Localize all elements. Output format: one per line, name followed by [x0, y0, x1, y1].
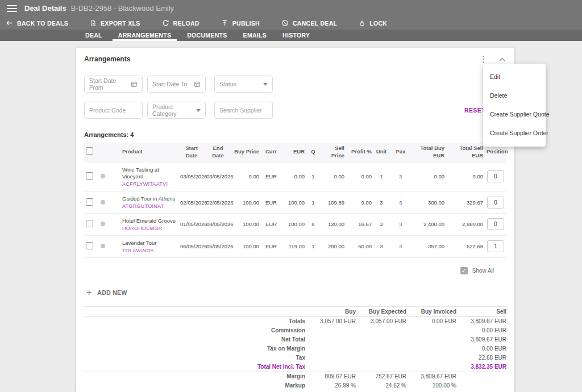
totals-table: Buy Buy Expected Buy Invoiced Sell Total…: [84, 306, 506, 392]
reload-button[interactable]: RELOAD: [154, 16, 207, 30]
search-supplier-input[interactable]: [219, 107, 268, 114]
status-dot-icon: [101, 222, 105, 226]
totals-row: Net Total 3,809.67 EUR: [84, 335, 506, 344]
table-row: Hotel Emerald GrooveHOROHOEMGR 01/05/202…: [84, 214, 506, 236]
tab-deal[interactable]: DEAL: [80, 30, 108, 41]
tab-documents[interactable]: DOCUMENTS: [181, 30, 232, 41]
select-all-checkbox[interactable]: [86, 147, 93, 155]
page-body: Arrangements Edit Delete Create Supplier…: [0, 41, 582, 392]
product-name: Lavender Tour: [122, 240, 177, 247]
totals-row: Tax 22.68 EUR: [84, 353, 506, 362]
start-date-from-field[interactable]: Start Date From: [84, 76, 143, 93]
totals-row: Tax on Margin 0.00 EUR: [84, 344, 506, 353]
publish-icon: [221, 19, 228, 27]
chevron-up-icon[interactable]: [498, 54, 506, 64]
deal-reference: B-DB2-2958 - Blackwood Emily: [71, 4, 174, 12]
menu-item-create-supplier-quote[interactable]: Create Supplier Quote: [483, 105, 546, 124]
status-dot-icon: [101, 200, 105, 205]
panel-header: Arrangements: [76, 48, 514, 68]
status-dot-icon: [101, 244, 105, 248]
block-icon: [281, 19, 289, 27]
plus-icon: [86, 289, 92, 296]
pax-link[interactable]: 3: [399, 199, 402, 206]
product-category-select[interactable]: Product Category: [147, 102, 206, 119]
add-new-button[interactable]: ADD NEW: [76, 274, 150, 304]
panel-title: Arrangements: [84, 55, 130, 63]
show-all-label: Show All: [472, 268, 494, 274]
row-checkbox[interactable]: [86, 198, 93, 206]
status-dot-icon: [101, 174, 105, 178]
app-bar: Deal Details B-DB2-2958 - Blackwood Emil…: [0, 0, 582, 16]
product-code-link[interactable]: TOLAVANDA: [122, 248, 177, 253]
search-supplier-field[interactable]: [214, 102, 273, 119]
chevron-down-icon: [196, 109, 201, 112]
kebab-menu-icon[interactable]: [477, 55, 490, 63]
filters-section: Start Date From Start Date To Status Pro: [76, 68, 514, 119]
position-input[interactable]: [487, 240, 504, 252]
totals-row: Markup 26.99 % 24.62 % 100.00 %: [84, 381, 506, 390]
tab-history[interactable]: HISTORY: [277, 30, 315, 41]
position-input[interactable]: [487, 170, 504, 182]
table-row: Wine Tasting at VineyardACFRLYWITAATVI 0…: [84, 162, 506, 191]
table-row: Lavender TourTOLAVANDA 06/05/2026 06/05/…: [84, 235, 506, 257]
menu-item-create-supplier-order[interactable]: Create Supplier Order: [483, 124, 546, 143]
export-xls-button[interactable]: EXPORT XLS: [82, 16, 148, 30]
product-name: Hotel Emerald Groove: [122, 218, 177, 225]
arrangements-count: Arrangements: 4: [76, 119, 514, 143]
arrangements-table: Product Start Date End Date Buy Price Cu…: [84, 143, 506, 258]
product-code-link[interactable]: HOROHOEMGR: [122, 226, 177, 231]
cancel-deal-button[interactable]: CANCEL DEAL: [273, 16, 345, 30]
page-title: Deal Details: [24, 4, 66, 12]
deal-tabs: DEAL ARRANGEMENTS DOCUMENTS EMAILS HISTO…: [0, 30, 582, 41]
show-all-row: Show All: [76, 258, 514, 274]
row-checkbox[interactable]: [86, 242, 93, 249]
calendar-icon: [194, 81, 201, 87]
menu-icon[interactable]: [7, 5, 17, 12]
product-name: Wine Tasting at Vineyard: [122, 166, 177, 181]
totals-row: Commission 0.00 EUR: [84, 326, 506, 335]
row-checkbox[interactable]: [86, 220, 93, 227]
row-checkbox[interactable]: [86, 172, 93, 180]
status-select[interactable]: Status: [214, 76, 273, 93]
table-header-row: Product Start Date End Date Buy Price Cu…: [84, 143, 506, 162]
tab-emails[interactable]: EMAILS: [238, 30, 272, 41]
totals-header-row: Buy Buy Expected Buy Invoiced Sell: [84, 306, 506, 316]
position-input[interactable]: [487, 197, 504, 208]
pax-link[interactable]: 3: [399, 243, 402, 249]
product-code-input[interactable]: [89, 107, 138, 114]
arrow-left-icon: [6, 19, 13, 27]
product-code-field[interactable]: [84, 102, 143, 119]
menu-item-delete[interactable]: Delete: [483, 86, 546, 105]
totals-row-net-incl-tax: Total Net incl. Tax 3,832.35 EUR: [84, 362, 506, 372]
product-code-link[interactable]: ACFRLYWITAATVI: [122, 181, 177, 187]
arrangements-panel: Arrangements Edit Delete Create Supplier…: [76, 48, 514, 392]
file-xls-icon: [90, 19, 97, 27]
lock-icon: [359, 19, 365, 27]
start-date-to-field[interactable]: Start Date To: [147, 76, 206, 93]
position-input[interactable]: [487, 218, 504, 230]
back-to-deals-button[interactable]: BACK TO DEALS: [5, 16, 76, 30]
lock-button[interactable]: LOCK: [351, 16, 395, 30]
calendar-icon: [131, 81, 138, 87]
chevron-down-icon: [263, 83, 268, 86]
product-code-link[interactable]: ATGRGUTOINAT: [122, 203, 177, 209]
totals-row: Totals 3,057.00 EUR 3,057.00 EUR 0.00 EU…: [84, 316, 506, 326]
menu-item-edit[interactable]: Edit: [483, 68, 546, 86]
pax-link[interactable]: 3: [399, 221, 402, 227]
show-all-checkbox[interactable]: [460, 267, 468, 274]
table-row: Guided Tour in AthensATGRGUTOINAT 02/05/…: [84, 191, 506, 214]
product-name: Guided Tour in Athens: [122, 195, 177, 203]
reset-button[interactable]: RESET: [464, 107, 485, 114]
pax-link[interactable]: 3: [399, 173, 402, 180]
reload-icon: [162, 19, 169, 27]
publish-button[interactable]: PUBLISH: [213, 16, 268, 30]
tab-arrangements[interactable]: ARRANGEMENTS: [113, 30, 177, 41]
action-toolbar: BACK TO DEALS EXPORT XLS RELOAD PUBLISH …: [0, 16, 582, 30]
totals-row: Margin 809.67 EUR 752.67 EUR 3,809.67 EU…: [84, 372, 506, 381]
panel-context-menu: Edit Delete Create Supplier Quote Create…: [483, 64, 546, 147]
